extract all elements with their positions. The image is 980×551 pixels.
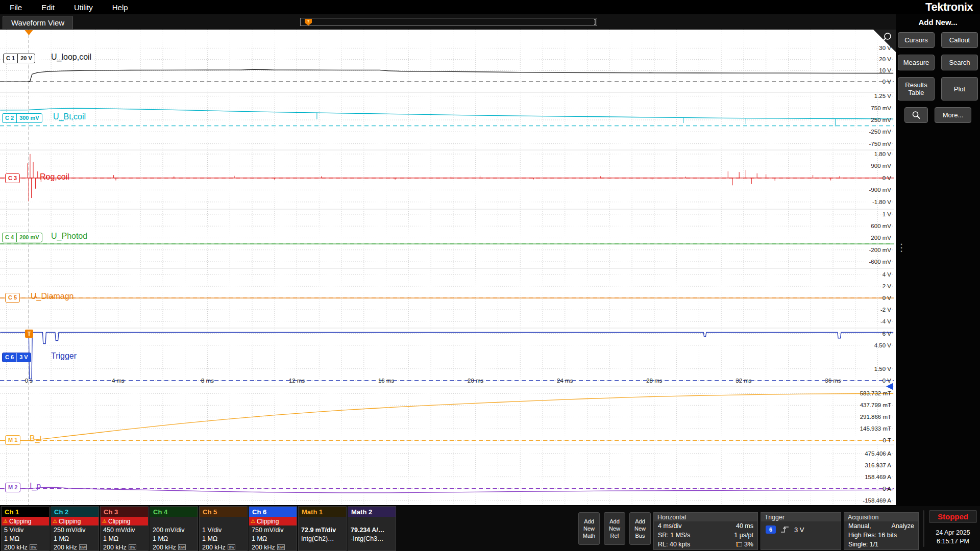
bandwidth-limit-icon: Bw [79,544,87,550]
view-tab-bar: Waveform View T [0,14,896,30]
clipping-label: Clipping [59,518,81,525]
menu-file[interactable]: File [0,3,32,12]
record-end-bracket [594,19,596,25]
cursors-button[interactable]: Cursors [898,32,935,48]
waveform-view[interactable]: 30 V20 V10 V0 V1.25 V750 mV250 mV-250 mV… [0,30,896,505]
waveform-plot[interactable]: 30 V20 V10 V0 V1.25 V750 mV250 mV-250 mV… [0,30,896,505]
channel-setting-row: 1 MΩ [2,534,49,543]
channel-badge-ch-2[interactable]: Ch 2⚠Clipping250 mV/div1 MΩ200 kHzBw [51,506,99,551]
ch5-trace [0,295,893,298]
channel-badge-header: Ch 2 [51,507,99,517]
ch5-channel-badge[interactable]: C 5 [5,293,20,303]
m1-channel-badge[interactable]: M 1 [5,435,20,445]
channel-badge-math-1[interactable]: Math 172.9 mT/divIntg(Ch2)… [298,506,347,551]
channel-badge-header: Math 2 [348,507,396,517]
channel-badge-header: Ch 5 [200,507,247,517]
clipping-warning: ⚠Clipping [249,517,297,525]
acquisition-count-value: Single: 1/1 [848,541,878,548]
ch6-channel-badge[interactable]: C 63 V [2,353,31,362]
channel-setting-value: 1 MΩ [153,535,168,542]
waveform-view-tab[interactable]: Waveform View [3,16,73,29]
warning-icon: ⚠ [3,518,8,524]
horizontal-settings-panel[interactable]: Horizontal 4 ms/div 40 ms SR: 1 MS/s 1 µ… [653,512,758,550]
ch4-channel-name[interactable]: U_Photod [51,232,87,241]
channel-badge-ch-6[interactable]: Ch 6⚠Clipping750 mV/div1 MΩ200 kHzBw [249,506,297,551]
sample-rate-value: SR: 1 MS/s [658,532,690,539]
warning-icon: ⚠ [251,518,255,524]
channel-setting-row: 750 mV/div [249,525,297,534]
plot-button[interactable]: Plot [941,77,978,101]
add-new-bus-button[interactable]: Add New Bus [629,512,651,545]
m1-channel-name[interactable]: B_t [30,434,42,443]
channel-setting-row: 1 MΩ [249,534,297,543]
ch1-axis-label: 0 V [883,79,892,85]
menu-bar: File Edit Utility Help Tektronix [0,0,980,14]
channel-setting-value: 79.234 A/… [351,527,384,534]
rising-edge-icon [780,525,790,534]
m2-channel-name[interactable]: I_p [30,482,41,491]
m2-axis-label: 316.937 A [865,462,891,468]
ch3-channel-badge[interactable]: C 3 [5,173,20,183]
ch2-channel-badge[interactable]: C 2300 mV [2,113,42,123]
channel-setting-row: 450 mV/div [101,525,148,534]
channel-badge-ch-1[interactable]: Ch 1⚠Clipping5 V/div1 MΩ200 kHzBw [1,506,50,551]
channel-badge-ch-4[interactable]: Ch 4200 mV/div1 MΩ200 kHzBw [150,506,198,551]
trigger-settings-panel[interactable]: Trigger 6 3 V [761,512,841,550]
m2-channel-badge[interactable]: M 2 [5,483,20,492]
menu-edit[interactable]: Edit [32,3,64,12]
m1-axis-label: 0 T [883,437,891,443]
bandwidth-limit-icon: Bw [178,544,186,550]
add-new-math-button[interactable]: Add New Math [578,512,600,545]
m2-axis-label: 0 A [883,486,891,492]
run-stop-status-button[interactable]: Stopped [929,510,977,523]
trigger-panel-title: Trigger [761,513,841,521]
panel-resize-handle[interactable]: ⋮ [896,245,906,250]
more-button[interactable]: More... [935,107,971,123]
channel-setting-row: 200 kHzBw [51,543,99,551]
menu-utility[interactable]: Utility [64,3,103,12]
channel-badge-ch-5[interactable]: Ch 51 V/div1 MΩ200 kHzBw [199,506,248,551]
ch4-channel-badge[interactable]: C 4200 mV [2,233,42,242]
channel-setting-value: 200 kHz [103,544,127,551]
trigger-level-marker[interactable] [886,383,893,390]
badge-spacer [299,517,346,525]
trigger-position-marker-mini[interactable]: T [305,19,312,26]
ch3-channel-name[interactable]: Rog,coil [40,172,69,182]
channel-setting-row: 1 MΩ [200,534,247,543]
ch1-channel-name[interactable]: U_loop,coil [51,53,91,62]
channel-setting-row: 5 V/div [2,525,49,534]
m1-trace [0,393,893,440]
trigger-position-marker[interactable] [25,30,33,35]
add-new-bus-line1: Add [635,518,645,525]
ch1-channel-badge[interactable]: C 120 V [3,54,35,63]
callout-button[interactable]: Callout [941,32,978,48]
horizontal-position-indicator[interactable]: T [300,18,597,26]
acquisition-settings-panel[interactable]: Acquisition Manual, Analyze High Res: 16… [844,512,919,550]
m2-trace [0,487,893,493]
channel-badge-ch-3[interactable]: Ch 3⚠Clipping450 mV/div1 MΩ200 kHzBw [100,506,149,551]
ch6-channel-name[interactable]: Trigger [51,352,77,361]
ch4-axis-label: 200 mV [871,235,891,241]
menu-help[interactable]: Help [103,3,138,12]
channel-badge-math-2[interactable]: Math 279.234 A/…-Intg(Ch3… [348,506,396,551]
status-time: 6:15:17 PM [929,538,977,545]
channel-setting-value: 1 MΩ [103,535,118,542]
results-table-button[interactable]: Results Table [898,77,935,101]
measure-button[interactable]: Measure [898,55,935,70]
channel-setting-row: 79.234 A/… [348,525,396,534]
ch6-badge-scale: 3 V [16,353,31,362]
channel-setting-value: 200 kHz [153,544,176,551]
trigger-source-marker[interactable]: T [25,330,33,338]
ch1-axis-label: 30 V [879,45,891,51]
zoom-tool-button[interactable] [904,107,928,123]
channel-setting-row: 200 kHzBw [249,543,297,551]
channel-setting-value: 1 MΩ [252,535,267,542]
ch2-channel-name[interactable]: U_Bt,coil [53,112,86,121]
horizontal-panel-title: Horizontal [654,513,757,521]
add-new-ref-button[interactable]: Add New Ref [604,512,625,545]
ch6-axis-label: 1.50 V [874,366,892,372]
search-button[interactable]: Search [941,55,978,70]
ch1-trace [0,69,893,82]
channel-setting-row: 1 V/div [200,525,247,534]
ch5-channel-name[interactable]: U_Diamagn [31,292,74,301]
